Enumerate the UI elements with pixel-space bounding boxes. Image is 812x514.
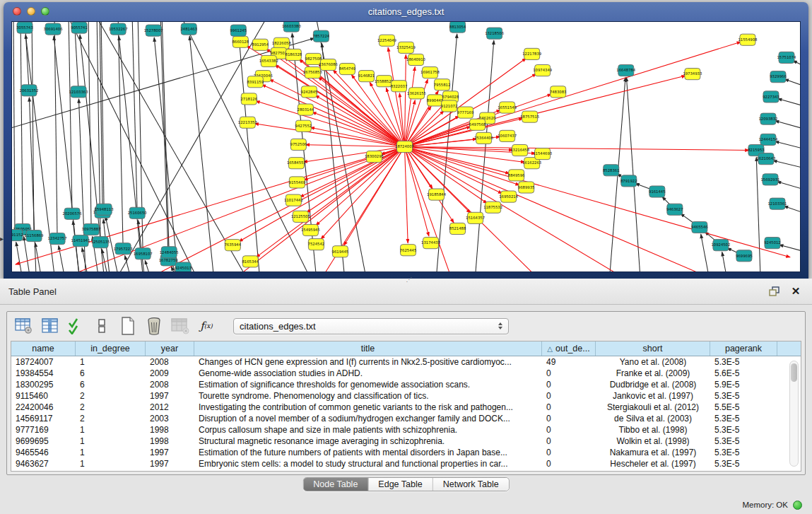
graph-node[interactable]: 12484055 <box>160 247 179 258</box>
table-row[interactable]: 977716911998Corpus callosum shape and si… <box>11 424 801 436</box>
graph-node[interactable]: 8521488 <box>449 223 466 234</box>
graph-node[interactable]: 9227343 <box>763 91 779 103</box>
graph-node[interactable]: 9427552 <box>295 120 312 132</box>
graph-node[interactable]: 8165344 <box>242 256 259 267</box>
graph-node[interactable]: 9329966 <box>770 71 787 83</box>
table-cell[interactable]: 18724007 <box>11 356 76 368</box>
table-cell[interactable]: 1 <box>76 356 146 368</box>
table-cell[interactable]: 5.9E-5 <box>710 379 777 390</box>
graph-node[interactable]: 8454749 <box>339 63 356 74</box>
table-row[interactable]: 1872400712008Changes of HCN gene express… <box>11 356 801 368</box>
graph-node[interactable]: 9689935 <box>518 182 535 193</box>
function-builder-icon[interactable]: ƒ(x) <box>197 317 216 335</box>
tab-edge-table[interactable]: Edge Table <box>368 478 433 491</box>
graph-node[interactable]: 10924502 <box>711 240 730 251</box>
column-header-in_degree[interactable]: in_degree <box>76 341 146 356</box>
graph-node[interactable]: 2803144 <box>298 104 314 115</box>
table-cell[interactable]: 2008 <box>146 356 194 368</box>
table-row[interactable]: 1456911722003Disruption of a novel membe… <box>11 413 801 424</box>
table-cell[interactable]: 9115460 <box>11 390 76 402</box>
table-cell[interactable]: 9699695 <box>11 436 76 447</box>
table-cell[interactable]: 1997 <box>146 447 194 458</box>
table-cell[interactable]: Embryonic stem cells: a model to study s… <box>194 458 542 469</box>
table-cell[interactable]: 0 <box>542 390 596 402</box>
graph-node[interactable]: 2718126 <box>241 93 258 105</box>
table-cell[interactable]: 0 <box>542 413 596 424</box>
graph-node[interactable]: 20631352 <box>20 85 39 96</box>
graph-node[interactable]: 15164357 <box>466 212 485 223</box>
graph-node[interactable]: 11156869 <box>25 230 44 242</box>
graph-node[interactable]: 9242845 <box>301 86 318 98</box>
graph-node[interactable]: 9155469 <box>289 177 306 188</box>
graph-node[interactable]: 7625445 <box>400 245 417 256</box>
table-cell[interactable]: 9463627 <box>11 458 76 469</box>
graph-node[interactable]: 15948113 <box>95 204 114 215</box>
graph-node[interactable]: 9777169 <box>457 107 474 118</box>
graph-node[interactable]: 23676086 <box>319 59 339 70</box>
graph-node[interactable]: 13325419 <box>396 42 416 53</box>
new-file-icon[interactable] <box>119 317 137 335</box>
column-header-year[interactable]: year <box>146 341 194 356</box>
select-columns-icon[interactable] <box>66 317 85 335</box>
graph-node[interactable]: 9465546 <box>691 221 708 233</box>
show-columns-icon[interactable] <box>40 317 59 335</box>
table-row[interactable]: 2242004622012Investigating the contribut… <box>11 402 801 413</box>
graph-node[interactable]: 9619445 <box>332 246 349 257</box>
table-cell[interactable]: 19384554 <box>11 368 76 379</box>
graph-node[interactable]: 8186328 <box>286 49 302 60</box>
table-cell[interactable]: Disruption of a novel member of a sodium… <box>194 413 542 424</box>
table-cell[interactable]: Genome-wide association studies in ADHD. <box>194 368 542 379</box>
window-titlebar[interactable]: citations_edges.txt <box>4 2 808 21</box>
table-row[interactable]: 946554611997Estimation of the future num… <box>11 447 801 458</box>
table-cell[interactable]: 2008 <box>146 379 194 390</box>
graph-node[interactable]: 30975887 <box>82 223 101 235</box>
table-cell[interactable]: de Silva et al. (2003) <box>596 413 710 424</box>
graph-node[interactable]: 7857224 <box>313 30 330 42</box>
row-options-icon[interactable] <box>93 317 111 335</box>
table-cell[interactable]: 0 <box>542 368 596 379</box>
table-cell[interactable]: 18300295 <box>11 379 76 390</box>
graph-node[interactable]: 18640910 <box>406 54 426 65</box>
table-cell[interactable]: Stergiakouli et al. (2012) <box>596 402 710 413</box>
table-cell[interactable]: 5.6E-5 <box>710 368 777 379</box>
graph-node[interactable]: 8849596 <box>508 170 525 181</box>
graph-node[interactable]: 16551549 <box>498 102 517 113</box>
graph-node[interactable]: 7524542 <box>308 239 325 250</box>
panel-collapse-arrow-icon[interactable]: ▸ <box>0 235 4 243</box>
graph-node[interactable]: 12254049 <box>377 35 396 46</box>
table-cell[interactable]: 9465546 <box>11 447 76 458</box>
table-cell[interactable]: 1 <box>76 447 146 458</box>
table-cell[interactable]: Jankovic et al. (1997) <box>596 390 710 402</box>
graph-node[interactable]: 9463627 <box>666 204 683 215</box>
table-cell[interactable]: 5.3E-5 <box>710 436 777 447</box>
graph-node[interactable]: 9121072 <box>441 100 458 112</box>
table-cell[interactable]: 1997 <box>146 390 194 402</box>
graph-node[interactable]: 15692931 <box>760 174 779 185</box>
table-selector-dropdown[interactable]: citations_edges.txt <box>233 318 509 334</box>
graph-node[interactable]: 7955812 <box>434 79 451 90</box>
graph-node[interactable]: 26756853 <box>303 67 322 78</box>
graph-node[interactable]: 9245013 <box>175 262 192 271</box>
table-cell[interactable]: 0 <box>542 402 596 413</box>
scrollbar-thumb[interactable] <box>791 363 797 382</box>
table-cell[interactable]: 0 <box>542 436 596 447</box>
table-cell[interactable]: Hescheler et al. (1997) <box>596 458 710 469</box>
table-cell[interactable]: 2 <box>76 390 146 402</box>
graph-node[interactable]: 11017442 <box>284 194 303 206</box>
graph-node[interactable]: 15495945 <box>301 224 320 235</box>
table-cell[interactable]: Estimation of significance thresholds fo… <box>194 379 542 390</box>
table-cell[interactable]: 1998 <box>146 424 194 436</box>
table-cell[interactable]: 22420046 <box>11 402 76 413</box>
vertical-scrollbar[interactable] <box>789 361 799 467</box>
table-cell[interactable]: 1 <box>76 436 146 447</box>
graph-node[interactable]: 18757515 <box>520 111 539 122</box>
graph-node[interactable]: 19734933 <box>683 69 702 80</box>
table-cell[interactable]: Yano et al. (2008) <box>596 356 710 368</box>
tab-node-table[interactable]: Node Table <box>303 478 368 491</box>
citation-network-graph[interactable]: 1872400718300295866012889129541822605898… <box>12 22 800 271</box>
graph-node[interactable]: 11554908 <box>738 34 758 45</box>
table-row[interactable]: 969969511998Structural magnetic resonanc… <box>11 436 801 447</box>
table-row[interactable]: 946362711997Embryonic stem cells: a mode… <box>11 458 801 469</box>
table-row[interactable]: 1938455462009Genome-wide association stu… <box>11 368 801 379</box>
graph-node[interactable]: 18300295 <box>365 151 384 163</box>
